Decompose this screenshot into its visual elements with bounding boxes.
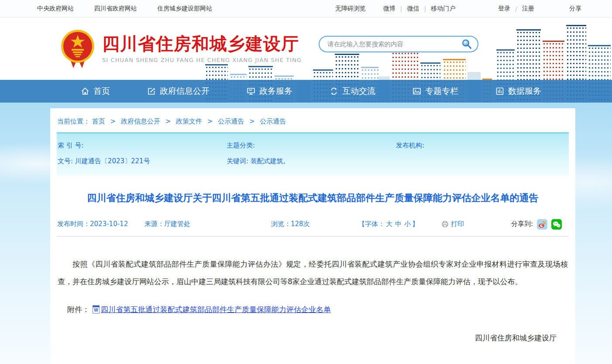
nav-item-label: 政府信息公开	[160, 86, 210, 97]
breadcrumb-item-policy-docs[interactable]: 政策文件	[176, 117, 202, 125]
views-value: 128次	[291, 220, 310, 228]
meta-topic-category: 主题分类:	[227, 141, 396, 150]
meta-label: 索 引 号:	[58, 141, 84, 149]
document-meta-box: 索 引 号: 主题分类: 发布机构: 文号: 川建通告〔2023〕221号 关键…	[57, 132, 569, 176]
view-count: 浏览：128次	[271, 220, 358, 228]
register-link[interactable]: 注册	[522, 5, 534, 13]
weibo-link[interactable]: 微博	[383, 5, 395, 13]
meta-empty-cell	[396, 157, 569, 165]
wechat-share-icon[interactable]	[551, 219, 562, 230]
search-icon	[461, 38, 472, 50]
meta-value: 川建通告〔2023〕221号	[75, 157, 150, 165]
meta-index-number: 索 引 号:	[58, 141, 227, 150]
chart-icon	[495, 87, 504, 96]
source-value: 厅建管处	[164, 220, 190, 228]
separator: |	[424, 5, 426, 12]
print-label: 打印	[451, 220, 464, 228]
breadcrumb-item-gov-info[interactable]: 政府信息公开	[121, 117, 160, 125]
meta-keywords: 关键词: 装配式建筑,	[227, 157, 396, 165]
home-icon	[81, 87, 89, 96]
printer-icon	[441, 220, 449, 228]
separator: /	[515, 5, 517, 12]
views-label: 浏览：	[271, 220, 291, 228]
topbar: 中央政府网站 四川省政府网站 住房城乡建设部网站 无障碍浏览 微博 | 微信 |…	[0, 0, 612, 17]
print-button[interactable]: 打印	[441, 220, 464, 228]
publish-time: 发布时间：2023-10-12	[57, 220, 144, 228]
topbar-left-links: 中央政府网站 四川省政府网站 住房城乡建设部网站	[37, 5, 230, 13]
nav-item-label: 互动交流	[342, 86, 375, 97]
share-link[interactable]: 分享	[569, 5, 581, 13]
article-title: 四川省住房和城乡建设厅关于四川省第五批通过装配式建筑部品部件生产质量保障能力评估…	[61, 192, 564, 205]
meta-label: 主题分类:	[227, 141, 255, 149]
breadcrumb: 当前位置： 首页 > 政府信息公开 > 政策文件 > 公示通告 > 公示通告	[57, 108, 569, 132]
breadcrumb-item-notices[interactable]: 公示通告	[218, 117, 244, 125]
meta-document-number: 文号: 川建通告〔2023〕221号	[58, 157, 227, 165]
publish-time-label: 发布时间：	[57, 220, 90, 228]
site-title-pinyin: SI CHUAN SHENG ZHU FANG HE CHENG XIANG J…	[102, 57, 302, 63]
meta-issuing-agency: 发布机构:	[396, 141, 569, 150]
brand-text: 四川省住房和城乡建设厅 SI CHUAN SHENG ZHU FANG HE C…	[102, 34, 302, 63]
publish-time-value: 2023-10-12	[90, 220, 128, 228]
content-card: 当前位置： 首页 > 政府信息公开 > 政策文件 > 公示通告 > 公示通告 索…	[50, 108, 575, 364]
article-source: 来源：厅建管处	[144, 220, 271, 228]
source-label: 来源：	[144, 220, 164, 228]
topbar-link-sichuan-gov[interactable]: 四川省政府网站	[94, 5, 137, 12]
login-link[interactable]: 登录	[498, 5, 510, 13]
exchange-icon	[330, 87, 338, 96]
site-header: 四川省住房和城乡建设厅 SI CHUAN SHENG ZHU FANG HE C…	[0, 17, 612, 80]
font-size-medium-button[interactable]: 中	[395, 220, 402, 228]
accessibility-link[interactable]: 无障碍浏览	[335, 5, 366, 13]
nav-item-services[interactable]: 政务服务	[247, 86, 292, 97]
breadcrumb-separator: >	[110, 117, 116, 125]
main-navigation: 首页 政府信息公开 政务服务 互动交流 专题专栏	[0, 80, 612, 103]
article-signature: 四川省住房和城乡建设厅	[57, 333, 569, 343]
search-button[interactable]	[460, 38, 473, 50]
weibo-share-icon[interactable]	[537, 219, 547, 230]
edit-icon	[147, 87, 156, 96]
breadcrumb-separator: >	[165, 117, 171, 125]
meta-divider	[57, 236, 569, 237]
nav-item-special-topics[interactable]: 专题专栏	[413, 86, 458, 97]
share-to-label: 分享到:	[511, 220, 533, 228]
site-brand: 四川省住房和城乡建设厅 SI CHUAN SHENG ZHU FANG HE C…	[60, 28, 302, 70]
font-size-bracket: 【字体：	[358, 220, 385, 228]
masthead: 四川省住房和城乡建设厅 SI CHUAN SHENG ZHU FANG HE C…	[0, 17, 612, 103]
national-emblem-logo	[60, 28, 95, 70]
breadcrumb-separator: >	[249, 117, 255, 125]
nav-item-label: 数据服务	[508, 86, 541, 97]
nav-item-home[interactable]: 首页	[81, 86, 110, 97]
nav-item-label: 专题专栏	[425, 86, 458, 97]
breadcrumb-item-home[interactable]: 首页	[92, 117, 105, 125]
mobile-portal-link[interactable]: 移动门户	[431, 5, 455, 13]
font-size-control: 【字体：大中小】	[358, 220, 441, 228]
nav-item-label: 首页	[93, 86, 110, 97]
article-meta-row: 发布时间：2023-10-12 来源：厅建管处 浏览：128次 【字体：大中小】…	[57, 219, 569, 230]
topbar-right-links: 无障碍浏览 微博 | 微信 | 移动门户 登录 / 注册 分享	[335, 5, 581, 13]
share-to: 分享到:	[511, 219, 569, 230]
font-size-bracket: 】	[412, 220, 419, 228]
svg-text:W: W	[94, 308, 98, 312]
separator: |	[400, 5, 402, 12]
topbar-link-central-gov[interactable]: 中央政府网站	[37, 5, 74, 12]
wechat-link[interactable]: 微信	[407, 5, 419, 13]
attachment-row: 附件： W 四川省第五批通过装配式建筑部品部件生产质量保障能力评估企业名单	[57, 305, 569, 315]
breadcrumb-label: 当前位置：	[57, 117, 90, 125]
meta-label: 发布机构:	[396, 141, 424, 149]
topbar-link-mohurd[interactable]: 住房城乡建设部网站	[157, 5, 212, 12]
meta-value: 装配式建筑,	[251, 157, 285, 165]
font-size-small-button[interactable]: 小	[404, 220, 411, 228]
nav-item-label: 政务服务	[259, 86, 292, 97]
image-icon	[413, 87, 421, 96]
breadcrumb-item-notices-2[interactable]: 公示通告	[260, 117, 286, 125]
monitor-icon	[247, 87, 255, 96]
nav-item-data-services[interactable]: 数据服务	[495, 86, 541, 97]
nav-item-interaction[interactable]: 互动交流	[330, 86, 375, 97]
breadcrumb-separator: >	[207, 117, 213, 125]
nav-item-gov-info[interactable]: 政府信息公开	[147, 86, 210, 97]
attachment-label: 附件：	[67, 305, 89, 315]
search-box	[319, 36, 478, 52]
font-size-large-button[interactable]: 大	[386, 220, 392, 228]
article-body: 按照《四川省装配式建筑部品部件生产质量保障能力评估办法》规定，经委托四川省装配式…	[58, 256, 568, 291]
attachment-link[interactable]: 四川省第五批通过装配式建筑部品部件生产质量保障能力评估企业名单	[101, 305, 331, 315]
search-input[interactable]	[327, 40, 460, 48]
